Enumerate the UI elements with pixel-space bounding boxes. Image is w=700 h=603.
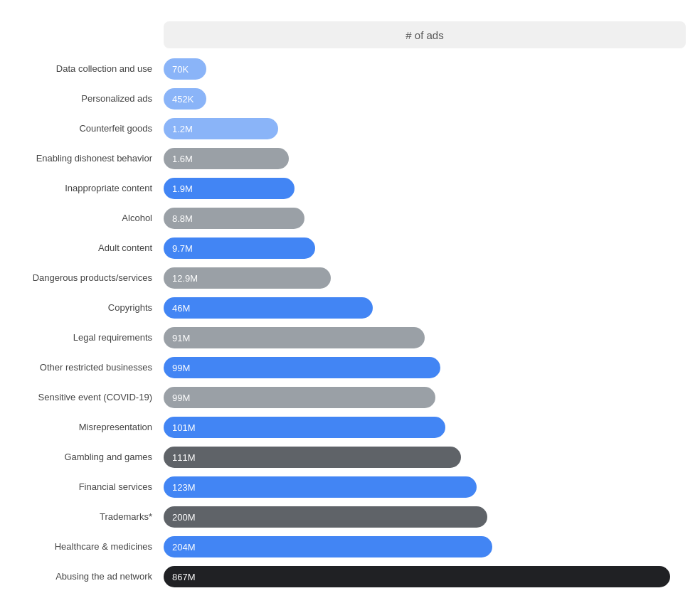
chart-row: Financial services123M xyxy=(0,474,686,501)
chart-row: Alcohol8.8M xyxy=(0,205,686,232)
bar: 867M xyxy=(164,566,670,587)
bar-wrapper: 99M xyxy=(164,385,686,410)
bar: 123M xyxy=(164,476,477,498)
bar-wrapper: 123M xyxy=(164,474,686,500)
bar: 1.6M xyxy=(164,148,289,169)
chart-row: Misrepresentation101M xyxy=(0,414,686,441)
bar-wrapper: 1.6M xyxy=(164,146,686,171)
bar: 111M xyxy=(164,447,461,468)
chart-container: # of ads Data collection and use70KPerso… xyxy=(0,14,700,603)
row-label: Abusing the ad network xyxy=(0,571,164,583)
chart-row: Trademarks*200M xyxy=(0,503,686,530)
row-label: Misrepresentation xyxy=(0,422,164,434)
row-label: Sensitive event (COVID-19) xyxy=(0,392,164,404)
bar-wrapper: 111M xyxy=(164,444,686,470)
row-label: Gambling and games xyxy=(0,452,164,464)
bar: 91M xyxy=(164,327,425,348)
row-label: Financial services xyxy=(0,481,164,493)
row-label: Enabling dishonest behavior xyxy=(0,153,164,165)
chart-row: Adult content9.7M xyxy=(0,235,686,262)
bar: 12.9M xyxy=(164,267,331,289)
row-label: Healthcare & medicines xyxy=(0,541,164,553)
bar: 1.2M xyxy=(164,118,278,139)
bar: 46M xyxy=(164,297,373,319)
chart-row: Counterfeit goods1.2M xyxy=(0,115,686,142)
chart-title: # of ads xyxy=(405,29,443,41)
chart-header: # of ads xyxy=(0,21,686,48)
bar: 204M xyxy=(164,536,492,557)
chart-row: Inappropriate content1.9M xyxy=(0,175,686,202)
chart-row: Personalized ads452K xyxy=(0,85,686,112)
row-label: Counterfeit goods xyxy=(0,123,164,135)
bar-wrapper: 204M xyxy=(164,534,686,560)
bar: 9.7M xyxy=(164,238,315,259)
bar-wrapper: 452K xyxy=(164,86,686,112)
chart-row: Abusing the ad network867M xyxy=(0,563,686,590)
label-spacer xyxy=(0,21,164,48)
row-label: Dangerous products/services xyxy=(0,272,164,284)
bar: 70K xyxy=(164,58,206,80)
bar-wrapper: 8.8M xyxy=(164,206,686,231)
bar: 452K xyxy=(164,88,206,110)
row-label: Legal requirements xyxy=(0,332,164,344)
row-label: Inappropriate content xyxy=(0,183,164,195)
bar: 99M xyxy=(164,357,440,378)
bar-wrapper: 1.2M xyxy=(164,116,686,142)
chart-row: Enabling dishonest behavior1.6M xyxy=(0,145,686,172)
bar-wrapper: 9.7M xyxy=(164,235,686,261)
chart-row: Sensitive event (COVID-19)99M xyxy=(0,384,686,411)
bar: 8.8M xyxy=(164,208,304,229)
bar: 99M xyxy=(164,387,435,408)
bar-wrapper: 101M xyxy=(164,415,686,440)
bar-wrapper: 99M xyxy=(164,355,686,380)
bar-wrapper: 12.9M xyxy=(164,265,686,291)
bar-wrapper: 1.9M xyxy=(164,176,686,201)
row-label: Adult content xyxy=(0,242,164,255)
bar: 200M xyxy=(164,506,487,528)
chart-row: Copyrights46M xyxy=(0,294,686,321)
chart-row: Healthcare & medicines204M xyxy=(0,533,686,560)
chart-row: Dangerous products/services12.9M xyxy=(0,265,686,292)
bar-wrapper: 46M xyxy=(164,295,686,321)
row-label: Alcohol xyxy=(0,213,164,225)
row-label: Personalized ads xyxy=(0,93,164,105)
chart-title-area: # of ads xyxy=(164,21,686,48)
chart-row: Data collection and use70K xyxy=(0,55,686,82)
row-label: Data collection and use xyxy=(0,63,164,75)
chart-row: Other restricted businesses99M xyxy=(0,354,686,381)
bar-wrapper: 91M xyxy=(164,325,686,351)
bar-wrapper: 867M xyxy=(164,564,686,589)
row-label: Copyrights xyxy=(0,302,164,314)
bar-wrapper: 70K xyxy=(164,56,686,82)
bar: 1.9M xyxy=(164,178,295,199)
chart-row: Legal requirements91M xyxy=(0,324,686,351)
row-label: Other restricted businesses xyxy=(0,362,164,374)
bar: 101M xyxy=(164,417,445,438)
bar-wrapper: 200M xyxy=(164,504,686,530)
rows-container: Data collection and use70KPersonalized a… xyxy=(0,55,686,593)
chart-row: Gambling and games111M xyxy=(0,444,686,471)
row-label: Trademarks* xyxy=(0,511,164,523)
